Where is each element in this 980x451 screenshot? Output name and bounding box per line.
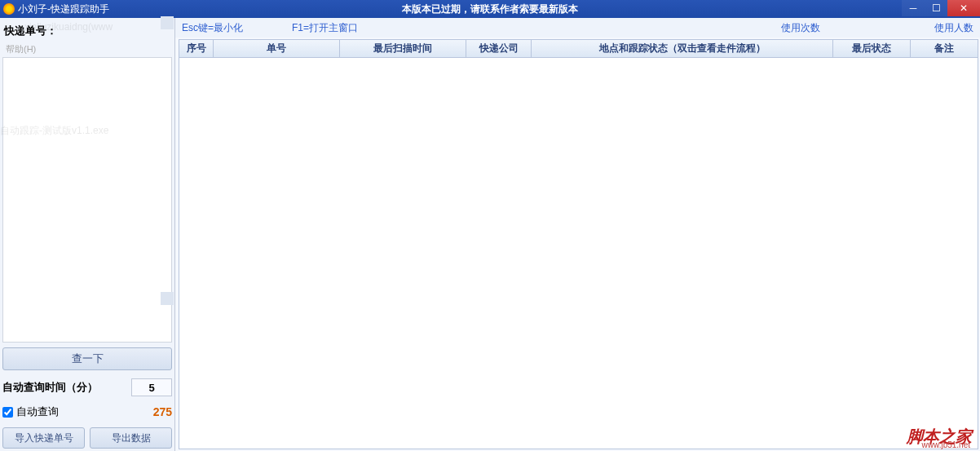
export-button[interactable]: 导出数据 [90,427,172,449]
scroll-up-icon [161,16,174,29]
query-button[interactable]: 查一下 [2,347,172,370]
hint-bar: Esc键=最小化 F1=打开主窗口 使用次数 使用人数 [175,18,980,38]
minimize-button[interactable]: ─ [902,0,925,16]
hint-use-count: 使用次数 [781,21,820,35]
auto-query-interval-input[interactable] [131,378,172,396]
ghost-help: 帮助(H) [2,42,172,57]
import-button[interactable]: 导入快递单号 [2,427,85,449]
col-last-scan[interactable]: 最后扫描时间 [340,40,466,57]
col-courier[interactable]: 快递公司 [466,40,532,57]
tracking-label: 快递单号： [2,20,172,42]
hint-f1: F1=打开主窗口 [292,21,358,35]
hint-use-people: 使用人数 [934,21,973,35]
app-icon [3,3,15,15]
titlebar: 小刘子-快递跟踪助手 本版本已过期，请联系作者索要最新版本 ─ ☐ ✕ [0,0,980,18]
close-button[interactable]: ✕ [947,0,980,16]
app-title: 小刘子-快递跟踪助手 [18,2,109,16]
table-header: 序号 单号 最后扫描时间 快递公司 地点和跟踪状态（双击查看走件流程） 最后状态… [179,40,978,58]
tracking-input[interactable] [2,57,172,343]
left-panel: 快递单号： 帮助(H) 查一下 自动查询时间（分） 自动查询 275 导入快递单… [0,18,175,451]
auto-query-label: 自动查询时间（分） [2,380,98,395]
right-panel: Esc键=最小化 F1=打开主窗口 使用次数 使用人数 序号 单号 最后扫描时间… [175,18,980,451]
table-body [179,58,978,449]
col-last-status[interactable]: 最后状态 [833,40,911,57]
auto-query-check-label: 自动查询 [16,405,59,419]
expiry-notice: 本版本已过期，请联系作者索要最新版本 [402,2,578,16]
hint-esc: Esc键=最小化 [182,21,243,35]
scroll-down-icon [161,292,174,305]
col-seq[interactable]: 序号 [179,40,214,57]
maximize-button[interactable]: ☐ [925,0,947,16]
col-location-status[interactable]: 地点和跟踪状态（双击查看走件流程） [532,40,833,57]
watermark-url: www.jb51.net [922,440,970,449]
auto-query-count: 275 [153,405,172,418]
auto-query-checkbox[interactable] [2,407,13,418]
col-tracking-no[interactable]: 单号 [214,40,340,57]
col-remark[interactable]: 备注 [911,40,978,57]
tracking-table: 序号 单号 最后扫描时间 快递公司 地点和跟踪状态（双击查看走件流程） 最后状态… [179,39,978,449]
